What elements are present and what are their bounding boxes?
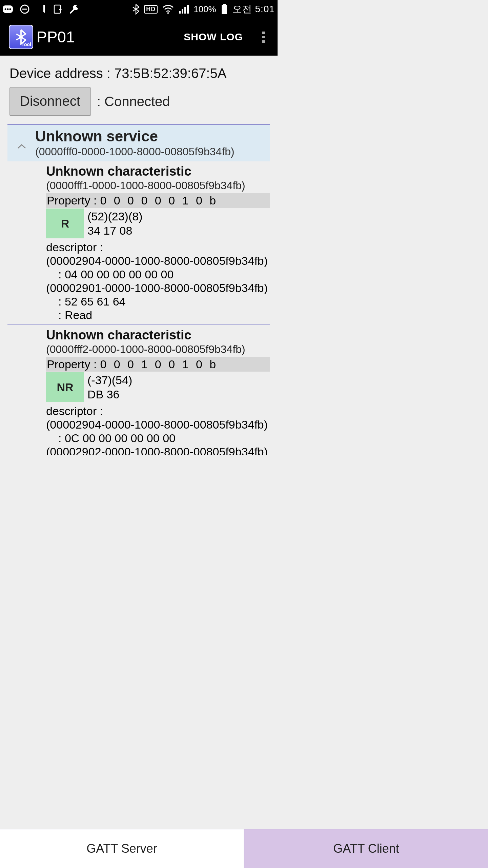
characteristic-name: Unknown characteristic [46, 164, 270, 179]
characteristic-uuid: (0000fff2-0000-1000-8000-00805f9b34fb) [46, 343, 270, 356]
device-address: Device address : 73:5B:52:39:67:5A [0, 66, 278, 87]
svg-point-2 [7, 8, 9, 10]
descriptor-block: descriptor : (00002904-0000-1000-8000-00… [46, 404, 270, 455]
property-bits: 0 0 0 1 0 0 1 0 b [100, 358, 218, 371]
value-row: R (52)(23)(8) 34 17 08 [46, 209, 270, 238]
svg-rect-13 [222, 5, 227, 14]
svg-rect-9 [179, 11, 181, 14]
content: Device address : 73:5B:52:39:67:5A Dison… [0, 56, 278, 455]
service-name: Unknown service [35, 128, 235, 145]
property-label: Property : [47, 194, 97, 207]
connection-row: Disonnect : Connected [0, 87, 278, 124]
app-icon-label: Tool [21, 42, 31, 47]
signal-icon [179, 5, 189, 14]
descriptor-label: descriptor : [46, 240, 270, 254]
app-s-icon: S [37, 4, 46, 14]
value-decoded: (52)(23)(8) [87, 209, 142, 223]
service-uuid: (0000fff0-0000-1000-8000-00805f9b34fb) [35, 145, 235, 158]
property-row: Property :0 0 0 1 0 0 1 0 b [46, 357, 270, 372]
more-notifications-icon [3, 5, 13, 13]
svg-rect-10 [182, 9, 183, 14]
connection-status: : Connected [97, 94, 170, 109]
descriptor-block: descriptor : (00002904-0000-1000-8000-00… [46, 240, 270, 322]
wifi-icon [162, 5, 174, 14]
show-log-button[interactable]: SHOW LOG [184, 31, 243, 43]
bluetooth-icon [133, 4, 139, 15]
property-row: Property :0 0 0 0 0 0 1 0 b [46, 193, 270, 208]
value-decoded: (-37)(54) [87, 373, 132, 387]
app-icon: Tool [9, 25, 33, 49]
descriptor-label: descriptor : [46, 404, 270, 418]
property-bits: 0 0 0 0 0 0 1 0 b [100, 194, 218, 207]
descriptor-uuid-partial: (00002902-0000-1000-8000-00805f9b34fb) [46, 445, 270, 455]
hd-icon: HD [144, 5, 158, 14]
descriptor-uuid: (00002904-0000-1000-8000-00805f9b34fb) [46, 418, 270, 431]
descriptor-uuid: (00002901-0000-1000-8000-00805f9b34fb) [46, 281, 270, 295]
svg-point-1 [5, 8, 6, 10]
app-title: PP01 [37, 28, 75, 46]
svg-rect-11 [184, 7, 186, 14]
battery-icon [221, 4, 228, 15]
property-label: Property : [47, 358, 97, 371]
descriptor-value: : 0C 00 00 00 00 00 00 [46, 431, 270, 445]
svg-text:S: S [39, 6, 43, 12]
status-bar: S HD 100% 오전 5:01 [0, 0, 278, 18]
characteristic-name: Unknown characteristic [46, 328, 270, 342]
svg-rect-14 [223, 4, 226, 5]
read-badge[interactable]: R [46, 209, 84, 238]
value-row: NR (-37)(54) DB 36 [46, 372, 270, 402]
value-hex: 34 17 08 [87, 223, 142, 238]
export-icon [53, 4, 62, 14]
descriptor-value: : 52 65 61 64 [46, 295, 270, 308]
characteristic-uuid: (0000fff1-0000-1000-8000-00805f9b34fb) [46, 179, 270, 192]
disconnect-button[interactable]: Disonnect [9, 87, 91, 116]
clock: 오전 5:01 [232, 3, 275, 16]
svg-rect-12 [187, 5, 189, 14]
descriptor-value: : 04 00 00 00 00 00 00 [46, 268, 270, 281]
do-not-disturb-icon [20, 4, 30, 14]
chevron-up-icon[interactable] [15, 135, 28, 158]
service-list[interactable]: (00001800-0000-1000-8000-00805f9b34fb) U… [7, 124, 270, 455]
value-hex: DB 36 [87, 387, 132, 401]
descriptor-uuid: (00002904-0000-1000-8000-00805f9b34fb) [46, 254, 270, 268]
characteristic-row[interactable]: Unknown characteristic (0000fff1-0000-10… [7, 161, 270, 325]
svg-point-3 [9, 8, 11, 10]
descriptor-decoded: : Read [46, 308, 270, 322]
characteristic-row[interactable]: Unknown characteristic (0000fff2-0000-10… [7, 325, 270, 455]
wrench-icon [69, 4, 79, 14]
app-bar: Tool PP01 SHOW LOG [0, 18, 278, 56]
notify-read-badge[interactable]: NR [46, 372, 84, 402]
overflow-menu-icon[interactable] [255, 32, 271, 43]
battery-percent: 100% [194, 4, 216, 15]
service-row[interactable]: Unknown service (0000fff0-0000-1000-8000… [7, 126, 270, 161]
